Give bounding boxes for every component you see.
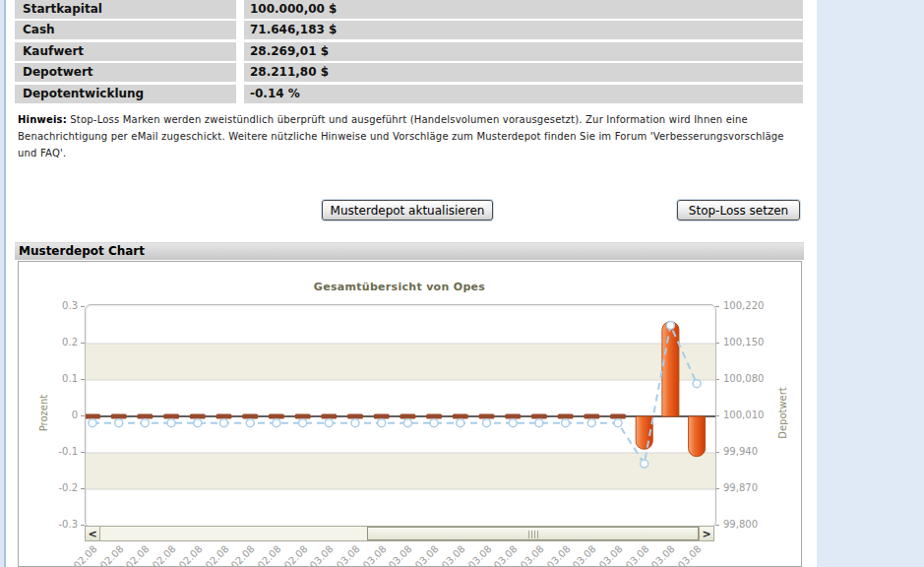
right-axis-tick: 100,150 bbox=[723, 337, 782, 347]
x-axis-label: 02.08 bbox=[199, 543, 230, 567]
right-axis-tick: 100,010 bbox=[723, 410, 782, 420]
x-axis-label: 03.08 bbox=[515, 543, 546, 567]
thumb-grip-icon bbox=[531, 531, 532, 538]
x-axis-label: 03.08 bbox=[462, 543, 493, 567]
chart-title: Gesamtübersicht von Opes bbox=[85, 281, 714, 293]
thumb-grip-icon bbox=[534, 531, 535, 538]
scrollbar-left-arrow-button[interactable]: < bbox=[86, 527, 100, 540]
x-axis-label: 03.08 bbox=[541, 543, 573, 567]
refresh-depot-button[interactable]: Musterdepot aktualisieren bbox=[322, 200, 493, 220]
right-axis-tick: 100,080 bbox=[723, 373, 782, 384]
x-axis-label: 03.08 bbox=[593, 543, 625, 567]
thumb-grip-icon bbox=[537, 531, 538, 538]
x-axis-label: 03.08 bbox=[646, 543, 677, 567]
right-axis-tick: 100,220 bbox=[723, 300, 782, 311]
row-kaufwert-value: 28.269,01 $ bbox=[244, 42, 803, 61]
chart-panel: Gesamtübersicht von Opes Prozent Depotwe… bbox=[18, 261, 802, 567]
x-axis-label: 02.08 bbox=[94, 543, 126, 567]
row-cash-label: Cash bbox=[15, 21, 236, 39]
x-axis-label: 03.08 bbox=[436, 543, 467, 567]
musterdepot-chart-section-header: Musterdepot Chart bbox=[15, 242, 804, 260]
left-axis-tick: 0.2 bbox=[32, 337, 78, 347]
row-depotentwicklung-value: -0.14 % bbox=[244, 85, 803, 103]
x-axis-label: 03.08 bbox=[672, 543, 704, 567]
x-axis-label: 02.08 bbox=[173, 543, 205, 567]
row-kaufwert-label: Kaufwert bbox=[15, 42, 236, 61]
x-axis-label: 03.08 bbox=[304, 543, 336, 567]
x-axis-label: 02.08 bbox=[278, 543, 310, 567]
right-axis-tick: 99,940 bbox=[723, 446, 782, 457]
chart-scrollbar[interactable]: < > bbox=[85, 526, 714, 541]
right-axis-tick: 99,800 bbox=[723, 519, 782, 530]
set-stop-loss-button[interactable]: Stop-Loss setzen bbox=[677, 200, 800, 220]
x-axis-label: 02.08 bbox=[225, 543, 257, 567]
x-axis-label: 03.08 bbox=[331, 543, 362, 567]
row-depotentwicklung-label: Depotentwicklung bbox=[15, 85, 236, 103]
x-axis-label: 02.08 bbox=[252, 543, 283, 567]
x-axis-label: 02.08 bbox=[120, 543, 152, 567]
left-axis-tick: 0 bbox=[32, 410, 78, 420]
left-axis-tick: -0.3 bbox=[32, 519, 78, 530]
left-axis-tick: 0.3 bbox=[32, 300, 78, 311]
right-tick-mark bbox=[715, 525, 719, 526]
stop-loss-hint-text: Hinweis: Stop-Loss Marken werden zweistü… bbox=[18, 111, 800, 161]
left-axis-tick: -0.1 bbox=[32, 446, 78, 457]
thumb-grip-icon bbox=[528, 531, 529, 538]
x-axis-label: 03.08 bbox=[620, 543, 651, 567]
x-axis-label: 03.08 bbox=[383, 543, 414, 567]
x-axis-label: 03.08 bbox=[567, 543, 598, 567]
x-axis-label: 03.08 bbox=[357, 543, 389, 567]
x-axis-label: 02.08 bbox=[147, 543, 178, 567]
row-startkapital-label: Startkapital bbox=[15, 0, 236, 19]
row-startkapital-value: 100.000,00 $ bbox=[244, 0, 803, 19]
chart-canvas bbox=[86, 305, 715, 527]
page-left-border bbox=[4, 0, 6, 567]
row-cash-value: 71.646,183 $ bbox=[244, 21, 803, 39]
row-depotwert-label: Depotwert bbox=[15, 63, 236, 82]
right-axis-tick: 99,870 bbox=[723, 482, 782, 493]
hint-label: Hinweis: bbox=[18, 114, 67, 125]
page-right-sidebar bbox=[817, 0, 924, 567]
x-axis-label: 03.08 bbox=[409, 543, 441, 567]
row-depotwert-value: 28.211,80 $ bbox=[244, 63, 803, 82]
x-axis-label: 03.08 bbox=[488, 543, 520, 567]
scrollbar-thumb[interactable] bbox=[367, 527, 699, 540]
plot-area bbox=[85, 304, 716, 528]
left-axis-tick: -0.2 bbox=[32, 482, 78, 493]
left-tick-mark bbox=[81, 306, 85, 307]
x-axis-label: 02.08 bbox=[68, 543, 99, 567]
left-axis-tick: 0.1 bbox=[32, 373, 78, 384]
scrollbar-right-arrow-button[interactable]: > bbox=[699, 527, 713, 540]
